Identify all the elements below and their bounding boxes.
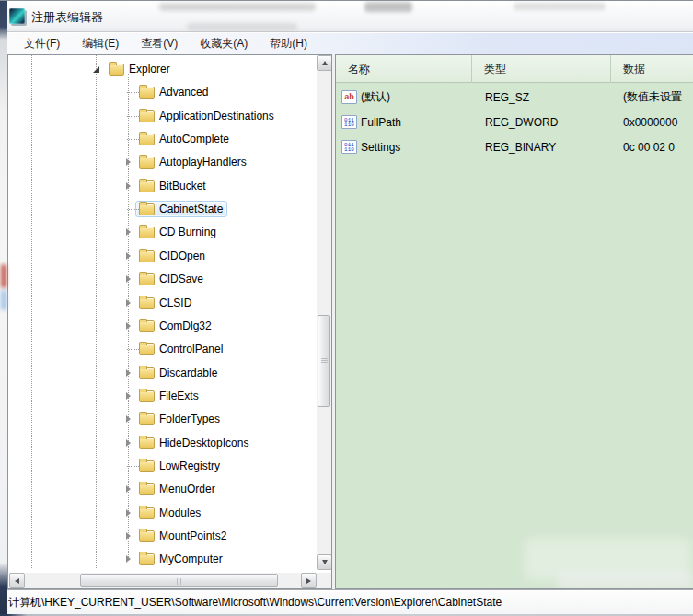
tree-node-cidsave[interactable]: CIDSave <box>135 271 208 287</box>
tree-node-label: CLSID <box>159 296 191 309</box>
scroll-left-button[interactable] <box>9 573 25 588</box>
tree-vscrollbar[interactable] <box>317 55 332 570</box>
tree-node-controlpanel[interactable]: ControlPanel <box>135 341 227 357</box>
tree-expander-slot[interactable] <box>122 297 133 308</box>
collapsed-triangle-icon[interactable] <box>126 439 131 447</box>
tree-expander-slot[interactable] <box>122 227 133 238</box>
expanded-triangle-icon[interactable] <box>93 66 99 73</box>
tree-node-autocomplete[interactable]: AutoComplete <box>135 131 234 147</box>
column-header-type[interactable]: 类型 <box>472 55 611 83</box>
tree-expander-slot[interactable] <box>122 367 133 378</box>
tree-node-cidopen[interactable]: CIDOpen <box>135 248 210 264</box>
value-type: REG_DWORD <box>485 110 558 134</box>
collapsed-triangle-icon[interactable] <box>126 182 131 190</box>
menu-item-help[interactable]: 帮助(H) <box>259 33 318 54</box>
tree-node-menuorder[interactable]: MenuOrder <box>135 481 220 497</box>
tree-expander-slot[interactable] <box>122 413 133 424</box>
tree-expander-slot[interactable] <box>122 320 133 331</box>
registry-value-row[interactable]: 011110FullPathREG_DWORD0x0000000 <box>336 110 693 134</box>
scroll-up-button[interactable] <box>317 55 332 71</box>
watermark-smudge <box>159 3 316 11</box>
tree-node-lowregistry[interactable]: LowRegistry <box>135 458 225 474</box>
folder-icon <box>109 64 124 76</box>
registry-value-row[interactable]: ab(默认)REG_SZ(数值未设置 <box>336 85 693 110</box>
collapsed-triangle-icon[interactable] <box>126 275 131 283</box>
tree-node-bitbucket[interactable]: BitBucket <box>135 178 211 194</box>
vscroll-thumb[interactable] <box>318 315 330 407</box>
glass-reflection-blue <box>1 290 6 310</box>
tree-node-label: FolderTypes <box>159 413 220 425</box>
tree-expander-slot[interactable] <box>90 64 101 75</box>
window-left-border <box>0 1 7 616</box>
tree-expander-slot[interactable] <box>122 273 133 285</box>
menu-item-favorites[interactable]: 收藏夹(A) <box>189 33 259 54</box>
tree-node-mountpoints2[interactable]: MountPoints2 <box>135 528 231 544</box>
menu-item-file[interactable]: 文件(F) <box>13 33 71 54</box>
column-header-name[interactable]: 名称 <box>336 55 472 83</box>
collapsed-triangle-icon[interactable] <box>126 532 131 540</box>
tree-node-label: MountPoints2 <box>159 529 226 542</box>
tree-node-modules[interactable]: Modules <box>135 505 205 521</box>
tree-node-clsid[interactable]: CLSID <box>135 295 196 311</box>
tree-expander-slot[interactable] <box>122 157 133 168</box>
collapsed-triangle-icon[interactable] <box>126 299 131 307</box>
folder-icon <box>139 297 155 309</box>
collapsed-triangle-icon[interactable] <box>126 415 131 423</box>
tree-expander-slot[interactable] <box>122 180 133 192</box>
registry-app-icon[interactable] <box>9 8 25 24</box>
menu-item-edit[interactable]: 编辑(E) <box>71 33 130 54</box>
collapsed-triangle-icon[interactable] <box>126 369 131 377</box>
tree-expander-slot[interactable] <box>122 390 133 401</box>
collapsed-triangle-icon[interactable] <box>126 228 131 236</box>
hscroll-thumb[interactable] <box>80 574 278 587</box>
tree-node-hidedesktopicons[interactable]: HideDesktopIcons <box>135 435 253 451</box>
tree-row: ComDlg32 <box>122 315 216 337</box>
value-type: REG_BINARY <box>485 134 556 159</box>
tree-row: AutoplayHandlers <box>122 151 251 173</box>
collapsed-triangle-icon[interactable] <box>126 158 131 166</box>
tree-row: FolderTypes <box>122 408 225 430</box>
tree-node-fileexts[interactable]: FileExts <box>135 388 203 404</box>
tree-node-mycomputer[interactable]: MyComputer <box>135 551 227 567</box>
tree-expander-slot[interactable] <box>122 483 133 494</box>
collapsed-triangle-icon[interactable] <box>126 392 131 400</box>
scroll-down-button[interactable] <box>317 554 332 570</box>
collapsed-triangle-icon[interactable] <box>126 555 131 563</box>
tree-node-label: FileExts <box>159 389 199 402</box>
scroll-right-button[interactable] <box>301 573 317 588</box>
tree-expander-slot[interactable] <box>122 530 133 541</box>
collapsed-triangle-icon[interactable] <box>126 322 131 330</box>
tree-node-comdlg32[interactable]: ComDlg32 <box>135 318 216 334</box>
tree-node-explorer[interactable]: Explorer <box>105 61 175 77</box>
tree-node-applicationdestinations[interactable]: ApplicationDestinations <box>135 108 279 124</box>
tree-row: CIDOpen <box>122 245 210 267</box>
glass-reflection-red <box>1 264 6 288</box>
folder-icon <box>139 390 155 402</box>
folder-icon <box>139 273 155 285</box>
tree-expander-slot[interactable] <box>122 437 133 448</box>
tree-row: AutoComplete <box>122 128 234 150</box>
collapsed-triangle-icon[interactable] <box>126 485 131 493</box>
title-bar[interactable]: 注册表编辑器 <box>7 1 693 32</box>
tree-expander-slot[interactable] <box>122 250 133 262</box>
reg-sz-icon: ab <box>341 90 357 104</box>
folder-icon <box>139 530 155 542</box>
tree-hscrollbar[interactable] <box>9 573 317 588</box>
registry-value-row[interactable]: 011110SettingsREG_BINARY0c 00 02 0 <box>336 134 693 159</box>
menu-item-view[interactable]: 查看(V) <box>130 33 189 54</box>
tree-node-cd-burning[interactable]: CD Burning <box>135 224 221 240</box>
collapsed-triangle-icon[interactable] <box>126 509 131 517</box>
tree-node-discardable[interactable]: Discardable <box>135 365 222 381</box>
tree-guide-line <box>64 55 64 569</box>
column-header-data[interactable]: 数据 <box>611 55 693 83</box>
folder-icon <box>139 553 155 565</box>
collapsed-triangle-icon[interactable] <box>126 252 131 260</box>
tree-node-cabinetstate[interactable]: CabinetState <box>135 201 227 217</box>
tree-expander-slot[interactable] <box>122 553 133 564</box>
tree-expander-slot[interactable] <box>122 507 133 518</box>
tree-node-label: AutoComplete <box>159 133 229 145</box>
tree-node-foldertypes[interactable]: FolderTypes <box>135 411 225 427</box>
values-column-header: 名称类型数据 <box>336 55 693 83</box>
tree-node-advanced[interactable]: Advanced <box>135 84 213 100</box>
tree-node-autoplayhandlers[interactable]: AutoplayHandlers <box>135 154 251 170</box>
